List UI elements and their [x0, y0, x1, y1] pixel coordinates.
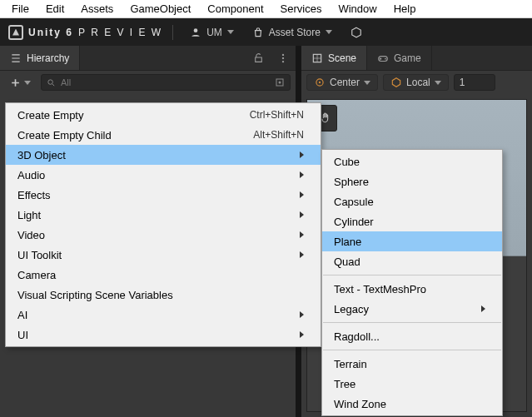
ctx-item-plane[interactable]: Plane	[322, 231, 502, 251]
ctx-item-text-textmeshpro[interactable]: Text - TextMeshPro	[322, 279, 502, 299]
chevron-down-icon	[24, 81, 31, 85]
ctx-item-cylinder[interactable]: Cylinder	[322, 211, 502, 231]
chevron-right-icon	[300, 231, 304, 238]
menu-item[interactable]: Window	[330, 1, 385, 17]
ctx-item-label: UI	[17, 329, 28, 341]
ctx-item-light[interactable]: Light	[6, 205, 321, 225]
create-context-menu: Create EmptyCtrl+Shift+NCreate Empty Chi…	[5, 102, 321, 347]
menu-item[interactable]: Services	[272, 1, 331, 17]
chevron-right-icon	[300, 251, 304, 258]
search-input[interactable]	[61, 77, 270, 87]
ctx-item-tree[interactable]: Tree	[322, 374, 502, 394]
scene-toolbar: Center Local 1	[301, 71, 532, 94]
chevron-down-icon	[227, 30, 234, 34]
ctx-item-label: Capsule	[334, 196, 374, 208]
ctx-item-ai[interactable]: AI	[6, 305, 321, 325]
bag-icon	[252, 27, 264, 38]
ctx-item-wind-zone[interactable]: Wind Zone	[322, 394, 502, 414]
ctx-item-video[interactable]: Video	[6, 225, 321, 245]
tool-space-dropdown[interactable]: Local	[383, 74, 449, 91]
menu-separator	[323, 350, 501, 350]
ctx-item-ui-toolkit[interactable]: UI Toolkit	[6, 245, 321, 265]
tool-pivot-dropdown[interactable]: Center	[306, 74, 378, 91]
space-label: Local	[406, 77, 430, 88]
local-space-icon	[390, 77, 402, 88]
ctx-item-sphere[interactable]: Sphere	[322, 171, 502, 191]
ctx-item-label: Legacy	[334, 303, 369, 315]
lock-button[interactable]	[246, 46, 271, 70]
svg-point-0	[194, 28, 198, 32]
ctx-item-label: Visual Scripting Scene Variables	[17, 289, 173, 301]
chevron-right-icon	[300, 331, 304, 338]
ctx-item-effects[interactable]: Effects	[6, 185, 321, 205]
account-label: UM	[206, 27, 222, 38]
chevron-right-icon	[300, 171, 304, 178]
menu-item[interactable]: Assets	[72, 1, 122, 17]
tab-label: Scene	[328, 52, 356, 64]
chevron-down-icon	[326, 30, 332, 34]
svg-point-9	[279, 82, 281, 84]
ctx-item-label: Quad	[334, 256, 360, 268]
ctx-item-ui[interactable]: UI	[6, 325, 321, 345]
asset-store-dropdown[interactable]: Asset Store	[246, 24, 339, 41]
search-icon	[47, 78, 56, 87]
ctx-item-label: AI	[17, 309, 27, 321]
menu-item[interactable]: Component	[199, 1, 271, 17]
menu-item[interactable]: File	[3, 1, 37, 17]
pivot-icon	[314, 77, 326, 88]
ctx-item-create-empty-child[interactable]: Create Empty ChildAlt+Shift+N	[6, 125, 321, 145]
tab-game[interactable]: Game	[367, 46, 432, 70]
tab-options[interactable]	[271, 46, 296, 70]
ctx-item-quad[interactable]: Quad	[322, 251, 502, 271]
menu-separator	[323, 275, 501, 276]
plus-icon	[10, 77, 21, 88]
chevron-right-icon	[300, 191, 304, 198]
chevron-down-icon	[364, 81, 370, 85]
panel-divider[interactable]	[296, 71, 301, 94]
search-options-icon[interactable]	[275, 77, 285, 87]
ctx-item-visual-scripting-scene-variables[interactable]: Visual Scripting Scene Variables	[6, 285, 321, 305]
product-edition: P R E V I E W	[78, 27, 162, 38]
ctx-item-label: Wind Zone	[334, 398, 386, 410]
ctx-item-label: Ragdoll...	[334, 330, 380, 343]
ctx-item-label: Effects	[17, 189, 51, 201]
gamepad-icon	[377, 52, 389, 64]
user-icon	[190, 27, 201, 38]
divider	[172, 25, 173, 40]
ctx-item-capsule[interactable]: Capsule	[322, 191, 502, 211]
ctx-item-audio[interactable]: Audio	[6, 165, 321, 185]
ctx-item-label: Cube	[334, 156, 360, 168]
ctx-item-cube[interactable]: Cube	[322, 151, 502, 171]
create-dropdown[interactable]	[5, 76, 36, 90]
svg-point-2	[282, 57, 284, 58]
ctx-item-label: Text - TextMeshPro	[334, 283, 426, 295]
tab-hierarchy[interactable]: Hierarchy	[0, 46, 80, 70]
hierarchy-icon	[10, 52, 22, 64]
package-icon	[351, 27, 362, 38]
ctx-item-create-empty[interactable]: Create EmptyCtrl+Shift+N	[6, 105, 321, 125]
ctx-item-terrain[interactable]: Terrain	[322, 354, 502, 374]
menu-item[interactable]: GameObject	[122, 1, 199, 17]
chevron-right-icon	[300, 211, 304, 218]
menu-item[interactable]: Edit	[37, 1, 72, 17]
scene-icon	[311, 52, 323, 64]
hierarchy-search[interactable]	[41, 74, 291, 91]
tab-scene[interactable]: Scene	[301, 46, 367, 70]
ctx-item-label: 3D Object	[17, 149, 66, 161]
ctx-item-label: Terrain	[334, 358, 367, 370]
ctx-item-3d-object[interactable]: 3D Object	[6, 145, 321, 165]
svg-point-1	[282, 53, 284, 55]
hierarchy-toolbar	[0, 71, 296, 94]
svg-point-6	[385, 57, 386, 59]
menu-item[interactable]: Help	[385, 1, 425, 17]
ctx-item-label: Cylinder	[334, 216, 374, 228]
chevron-right-icon	[300, 311, 304, 318]
ctx-item-label: UI Toolkit	[17, 249, 62, 261]
grid-snap-value[interactable]: 1	[454, 74, 495, 91]
ctx-item-ragdoll-[interactable]: Ragdoll...	[322, 326, 502, 346]
ctx-item-camera[interactable]: Camera	[6, 265, 321, 285]
package-manager-button[interactable]	[344, 24, 369, 41]
account-dropdown[interactable]: UM	[183, 24, 241, 41]
panel-divider[interactable]	[296, 46, 301, 71]
ctx-item-legacy[interactable]: Legacy	[322, 299, 502, 319]
